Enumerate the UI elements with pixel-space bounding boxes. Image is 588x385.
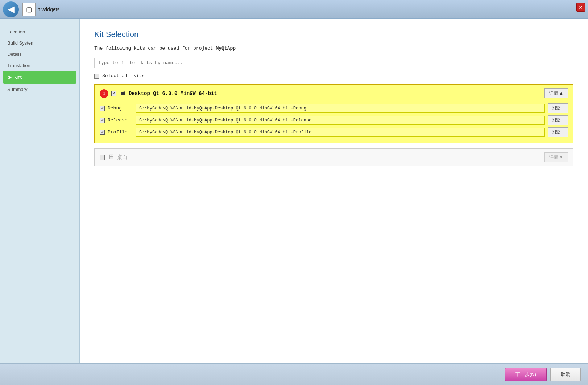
sidebar-item-summary[interactable]: Summary — [0, 84, 79, 95]
profile-browse-button[interactable]: 浏览... — [548, 127, 568, 137]
debug-browse-button[interactable]: 浏览... — [548, 103, 568, 113]
active-arrow-icon: ➤ — [7, 74, 12, 81]
kit-card-active: 1 ✔ 🖥 Desktop Qt 6.0.0 MinGW 64-bit 详情 ▲… — [94, 84, 573, 143]
kit-number-badge: 1 — [100, 89, 108, 98]
select-all-label: Select all kits — [102, 73, 145, 79]
build-configs: ✔ Debug C:\MyCode\QtWS\build-MyQtApp-Des… — [95, 102, 573, 143]
main-area: Location Build System Details Translatio… — [0, 19, 588, 363]
kit-filter-input[interactable] — [94, 58, 573, 68]
profile-path: C:\MyCode\QtWS\build-MyQtApp-Desktop_Qt_… — [136, 128, 545, 137]
window-title: t Widgets — [38, 7, 59, 12]
profile-checkbox[interactable]: ✔ — [100, 130, 105, 135]
build-row-debug: ✔ Debug C:\MyCode\QtWS\build-MyQtApp-Des… — [100, 103, 568, 113]
back-button[interactable]: ◀ — [3, 1, 19, 17]
kit-main-checkbox[interactable]: ✔ — [111, 91, 116, 96]
sidebar: Location Build System Details Translatio… — [0, 19, 80, 363]
next-button[interactable]: 下一步(N) — [505, 368, 547, 381]
titlebar: ◀ ▢ t Widgets ✕ — [0, 0, 588, 19]
app-icon: ▢ — [22, 3, 36, 16]
description-text: The following kits can be used for proje… — [94, 46, 573, 51]
bottom-bar: 下一步(N) 取消 — [0, 363, 588, 385]
inactive-monitor-icon: 🖥 — [108, 153, 114, 161]
release-browse-button[interactable]: 浏览... — [548, 115, 568, 125]
build-row-release: ✔ Release C:\MyCode\QtWS\build-MyQtApp-D… — [100, 115, 568, 125]
profile-label: Profile — [108, 129, 133, 135]
sidebar-item-build-system[interactable]: Build System — [0, 37, 79, 49]
inactive-kit-checkbox[interactable] — [100, 155, 105, 160]
inactive-kit-name: 桌面 — [117, 154, 127, 161]
monitor-icon: 🖥 — [119, 90, 126, 97]
cancel-button[interactable]: 取消 — [550, 368, 581, 381]
release-path: C:\MyCode\QtWS\build-MyQtApp-Desktop_Qt_… — [136, 116, 545, 125]
inactive-kit-header: 🖥 桌面 详情 ▼ — [95, 149, 573, 166]
sidebar-item-kits[interactable]: ➤ Kits — [3, 71, 76, 84]
select-all-row: Select all kits — [94, 73, 573, 79]
debug-checkbox[interactable]: ✔ — [100, 106, 105, 111]
debug-path: C:\MyCode\QtWS\build-MyQtApp-Desktop_Qt_… — [136, 104, 545, 113]
kit-name-label: Desktop Qt 6.0.0 MinGW 64-bit — [129, 91, 217, 96]
back-icon: ◀ — [8, 5, 14, 14]
page-title: Kit Selection — [94, 30, 573, 39]
release-checkbox[interactable]: ✔ — [100, 118, 105, 123]
kit-detail-button[interactable]: 详情 ▲ — [544, 88, 568, 98]
build-row-profile: ✔ Profile C:\MyCode\QtWS\build-MyQtApp-D… — [100, 127, 568, 137]
sidebar-item-translation[interactable]: Translation — [0, 60, 79, 71]
sidebar-item-details[interactable]: Details — [0, 49, 79, 60]
close-button[interactable]: ✕ — [576, 3, 585, 12]
release-label: Release — [108, 117, 133, 123]
kit-header: 1 ✔ 🖥 Desktop Qt 6.0.0 MinGW 64-bit 详情 ▲ — [95, 85, 573, 102]
kit-card-inactive: 🖥 桌面 详情 ▼ — [94, 148, 573, 166]
debug-label: Debug — [108, 105, 133, 111]
select-all-checkbox[interactable] — [94, 74, 99, 79]
inactive-kit-detail-button[interactable]: 详情 ▼ — [544, 152, 568, 162]
content-area: Kit Selection The following kits can be … — [80, 19, 588, 363]
sidebar-item-location[interactable]: Location — [0, 26, 79, 37]
